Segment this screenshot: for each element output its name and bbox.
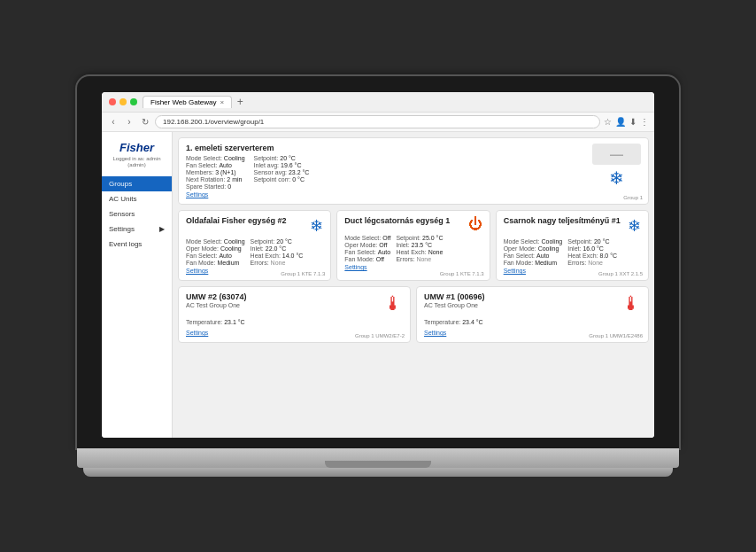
unit1-ac-image: ▬▬▬ (592, 144, 641, 165)
unit-card-4: Csarnok nagy teljesítményű #1 ❄ Mode Sel… (496, 210, 649, 281)
unit6-subtitle: AC Test Group One (424, 302, 485, 308)
laptop-base (77, 448, 679, 468)
unit3-title: Duct légcsatornás egység 1 (344, 216, 450, 226)
sidebar-item-event-logs[interactable]: Event logs (102, 237, 172, 252)
bottom-cards-row: UMW #2 (63074) AC Test Group One 🌡 Tempe… (178, 286, 649, 343)
address-bar[interactable]: 192.168.200.1/overview/group/1 (155, 115, 600, 128)
active-tab[interactable]: Fisher Web Gateway × (143, 96, 232, 108)
laptop-bottom (83, 468, 673, 477)
maximize-button[interactable] (130, 98, 137, 105)
reload-button[interactable]: ↻ (139, 115, 151, 128)
back-button[interactable]: ‹ (107, 115, 120, 128)
sidebar-user: Logged in as: admin (admin) (107, 154, 166, 172)
browser-titlebar: Fisher Web Gateway × + (102, 92, 654, 113)
tab-bar: Fisher Web Gateway × + (143, 96, 647, 108)
unit6-temp-row: Temperature: 23.4 °C (424, 318, 641, 326)
unit2-group-badge: Group 1 KTE 7.1.3 (281, 271, 325, 276)
browser-toolbar: ‹ › ↻ 192.168.200.1/overview/group/1 ☆ 👤… (102, 113, 654, 132)
unit3-group-badge: Group 1 KTE 7.1.3 (440, 271, 484, 276)
fisher-logo-text: Fisher (107, 141, 166, 154)
unit1-group-badge: Group 1 (623, 195, 643, 200)
tab-title: Fisher Web Gateway (150, 98, 217, 106)
unit4-settings-link[interactable]: Settings (504, 268, 526, 274)
unit5-title: UMW #2 (63074) (186, 292, 247, 302)
unit1-snowflake-icon: ❄ (609, 167, 624, 189)
unit6-group-badge: Group 1 UMW1/E2486 (589, 333, 643, 338)
unit5-subtitle: AC Test Group One (186, 302, 247, 308)
unit3-temps: Setpoint: 25.0 °C Inlet: 23.5 °C Heat Ex… (396, 235, 443, 263)
unit4-temps: Setpoint: 20 °C Inlet: 16.0 °C Heat Exch… (567, 238, 617, 267)
account-icon[interactable]: 👤 (615, 117, 626, 127)
unit6-title: UMW #1 (00696) (424, 292, 485, 302)
main-content: 1. emeleti szerverterem Mode Select: Coo… (173, 132, 654, 438)
unit3-power-icon: ⏻ (468, 216, 482, 232)
sidebar-logo: Fisher Logged in as: admin (admin) (102, 137, 172, 174)
unit5-temp-row: Temperature: 23.1 °C (186, 318, 403, 326)
browser-actions: ☆ 👤 ⬇ ⋮ (604, 117, 649, 127)
sidebar-nav: Groups AC Units Sensors Settings ▶ (102, 176, 172, 252)
url-text: 192.168.200.1/overview/group/1 (163, 118, 264, 126)
unit2-info: Mode Select: Cooling Oper Mode: Cooling … (186, 238, 245, 267)
unit-card-6: UMW #1 (00696) AC Test Group One 🌡 Tempe… (416, 286, 649, 343)
screen: Fisher Web Gateway × + ‹ › ↻ 192.168.200… (102, 92, 654, 438)
unit-card-1: 1. emeleti szerverterem Mode Select: Coo… (178, 137, 649, 206)
menu-icon[interactable]: ⋮ (640, 117, 649, 127)
unit2-snowflake-icon: ❄ (310, 216, 323, 236)
unit3-settings-link[interactable]: Settings (344, 264, 366, 270)
laptop-shell: Fisher Web Gateway × + ‹ › ↻ 192.168.200… (77, 76, 679, 477)
sidebar-item-groups[interactable]: Groups (102, 176, 172, 191)
unit-card-3: Duct légcsatornás egység 1 ⏻ Mode Select… (336, 210, 490, 281)
window-controls (109, 98, 137, 105)
close-button[interactable] (109, 98, 116, 105)
sidebar-item-ac-units[interactable]: AC Units (102, 191, 172, 206)
sidebar: Fisher Logged in as: admin (admin) Group… (102, 132, 173, 438)
tab-close-button[interactable]: × (220, 98, 225, 106)
unit-card-2: Oldafalai Fisher egység #2 ❄ Mode Select… (178, 210, 331, 281)
unit1-settings-link[interactable]: Settings (186, 191, 208, 198)
unit4-snowflake-icon: ❄ (628, 216, 641, 236)
unit2-title: Oldafalai Fisher egység #2 (186, 216, 287, 226)
unit6-thermometer-icon: 🌡 (621, 292, 641, 315)
sidebar-item-sensors[interactable]: Sensors (102, 206, 172, 222)
minimize-button[interactable] (120, 98, 127, 105)
unit5-settings-link[interactable]: Settings (186, 330, 208, 336)
middle-cards-row: Oldafalai Fisher egység #2 ❄ Mode Select… (178, 210, 649, 281)
unit6-settings-link[interactable]: Settings (424, 330, 446, 336)
unit5-thermometer-icon: 🌡 (383, 292, 403, 315)
unit3-info: Mode Select: Off Oper Mode: Off Fan Sele… (344, 235, 390, 263)
bookmark-icon[interactable]: ☆ (604, 117, 612, 127)
app-content: Fisher Logged in as: admin (admin) Group… (102, 132, 654, 438)
unit1-setpoints: Setpoint: 20 °C Inlet avg: 19.6 °C Senso… (254, 155, 310, 190)
unit4-title: Csarnok nagy teljesítményű #1 (504, 216, 621, 226)
unit-card-5: UMW #2 (63074) AC Test Group One 🌡 Tempe… (178, 286, 411, 343)
forward-button[interactable]: › (123, 115, 135, 128)
unit4-group-badge: Group 1 XXT 2.1.5 (598, 271, 643, 276)
browser-window: Fisher Web Gateway × + ‹ › ↻ 192.168.200… (102, 92, 654, 438)
unit2-temps: Setpoint: 20 °C Inlet: 22.0 °C Heat Exch… (251, 238, 304, 267)
unit5-group-badge: Group 1 UMW2/E7-2 (355, 333, 405, 338)
unit4-info: Mode Select: Cooling Oper Mode: Cooling … (504, 238, 563, 267)
screen-bezel: Fisher Web Gateway × + ‹ › ↻ 192.168.200… (77, 76, 679, 448)
download-icon[interactable]: ⬇ (629, 117, 636, 127)
unit1-title: 1. emeleti szerverterem (186, 144, 585, 153)
new-tab-button[interactable]: + (234, 96, 246, 108)
sidebar-item-settings[interactable]: Settings ▶ (102, 222, 172, 237)
unit2-settings-link[interactable]: Settings (186, 268, 208, 274)
unit1-info: Mode Select: Cooling Fan Select: Auto Me… (186, 155, 245, 190)
